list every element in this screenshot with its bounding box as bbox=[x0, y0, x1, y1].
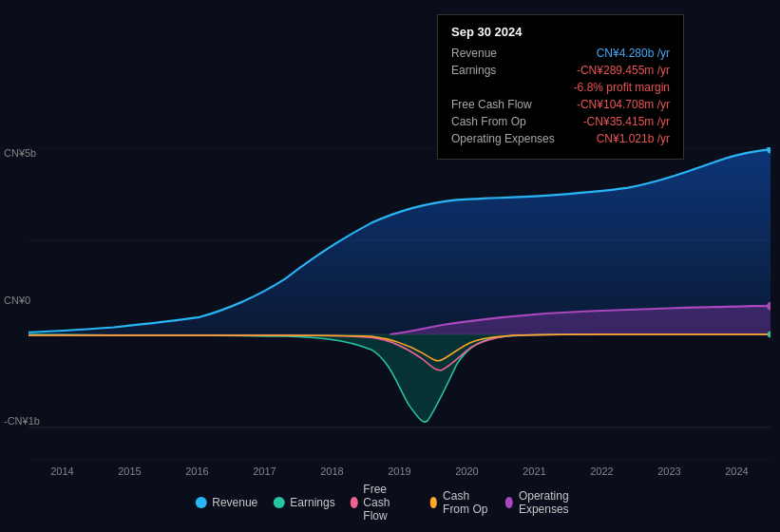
tooltip-value-revenue: CN¥4.280b /yr bbox=[597, 47, 670, 60]
tooltip-date: Sep 30 2024 bbox=[451, 25, 670, 39]
tooltip-row-revenue: Revenue CN¥4.280b /yr bbox=[451, 47, 670, 60]
y-label-mid: CN¥0 bbox=[4, 294, 30, 306]
tooltip-row-profit-margin: -6.8% profit margin bbox=[451, 81, 670, 94]
x-label-2021: 2021 bbox=[523, 466, 545, 477]
chart-container: Sep 30 2024 Revenue CN¥4.280b /yr Earnin… bbox=[0, 0, 780, 532]
legend-dot-earnings bbox=[273, 497, 284, 508]
legend-item-cashop: Cash From Op bbox=[429, 489, 490, 516]
legend-item-earnings: Earnings bbox=[273, 496, 334, 509]
x-label-2014: 2014 bbox=[50, 466, 73, 477]
legend-label-opex: Operating Expenses bbox=[519, 489, 585, 516]
tooltip-label-fcf: Free Cash Flow bbox=[451, 98, 532, 111]
x-label-2020: 2020 bbox=[455, 466, 478, 477]
x-label-2015: 2015 bbox=[118, 466, 141, 477]
tooltip: Sep 30 2024 Revenue CN¥4.280b /yr Earnin… bbox=[437, 14, 684, 160]
legend-label-revenue: Revenue bbox=[212, 496, 257, 509]
x-label-2016: 2016 bbox=[185, 466, 208, 477]
legend-label-fcf: Free Cash Flow bbox=[363, 483, 414, 522]
x-label-2019: 2019 bbox=[388, 466, 410, 477]
tooltip-label-earnings: Earnings bbox=[451, 64, 496, 77]
tooltip-value-cashop: -CN¥35.415m /yr bbox=[583, 115, 670, 128]
x-label-2022: 2022 bbox=[590, 466, 613, 477]
legend-label-cashop: Cash From Op bbox=[443, 489, 490, 516]
legend-dot-revenue bbox=[195, 497, 206, 508]
legend-dot-opex bbox=[505, 497, 513, 508]
tooltip-row-cashop: Cash From Op -CN¥35.415m /yr bbox=[451, 115, 670, 128]
legend-item-revenue: Revenue bbox=[195, 496, 257, 509]
tooltip-value-fcf: -CN¥104.708m /yr bbox=[577, 98, 670, 111]
tooltip-label-opex: Operating Expenses bbox=[451, 132, 555, 145]
chart-svg bbox=[29, 147, 770, 461]
tooltip-label-cashop: Cash From Op bbox=[451, 115, 526, 128]
legend-item-fcf: Free Cash Flow bbox=[351, 483, 415, 522]
tooltip-value-opex: CN¥1.021b /yr bbox=[597, 132, 670, 145]
legend-item-opex: Operating Expenses bbox=[505, 489, 585, 516]
tooltip-row-opex: Operating Expenses CN¥1.021b /yr bbox=[451, 132, 670, 145]
x-axis-labels: 2014 2015 2016 2017 2018 2019 2020 2021 … bbox=[0, 466, 780, 477]
tooltip-value-earnings: -CN¥289.455m /yr bbox=[577, 64, 670, 77]
legend-dot-cashop bbox=[429, 497, 437, 508]
chart-legend: Revenue Earnings Free Cash Flow Cash Fro… bbox=[195, 483, 585, 522]
x-label-2018: 2018 bbox=[320, 466, 343, 477]
tooltip-label-revenue: Revenue bbox=[451, 47, 497, 60]
legend-label-earnings: Earnings bbox=[290, 496, 334, 509]
tooltip-row-earnings: Earnings -CN¥289.455m /yr bbox=[451, 64, 670, 77]
chart-area bbox=[29, 147, 770, 461]
revenue-area bbox=[29, 149, 770, 334]
tooltip-row-fcf: Free Cash Flow -CN¥104.708m /yr bbox=[451, 98, 670, 111]
x-label-2017: 2017 bbox=[253, 466, 276, 477]
earnings-area bbox=[29, 334, 770, 422]
x-label-2023: 2023 bbox=[657, 466, 680, 477]
x-label-2024: 2024 bbox=[725, 466, 748, 477]
tooltip-value-pm: -6.8% profit margin bbox=[574, 81, 670, 94]
legend-dot-fcf bbox=[351, 497, 358, 508]
